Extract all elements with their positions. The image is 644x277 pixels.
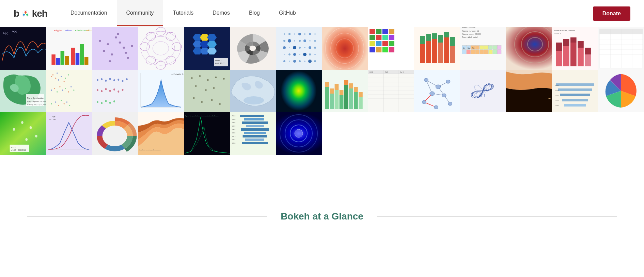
gallery-item[interactable]: 2000 2005 2010 2015 2020 [552,70,598,112]
svg-point-248 [195,85,197,87]
svg-point-92 [289,61,290,62]
gallery-item[interactable]: x: 0.737 y: 5.825 0.000054138 [0,112,46,155]
nav-demos[interactable]: Demos [203,0,239,27]
gallery-item[interactable] [230,27,276,70]
gallery-item[interactable] [322,70,368,112]
gallery-item[interactable] [276,70,322,112]
svg-rect-127 [426,34,431,41]
svg-point-324 [21,121,23,124]
svg-rect-116 [376,47,381,52]
gallery-item[interactable]: ← avg [506,70,552,112]
svg-point-252 [201,101,203,103]
svg-rect-272 [344,80,348,85]
svg-rect-113 [382,41,388,46]
svg-point-256 [244,96,264,104]
svg-point-231 [117,91,119,93]
svg-rect-355 [241,128,269,131]
gallery-item[interactable]: f₁(x) f₂(x) [0,27,46,70]
svg-point-304 [448,102,452,105]
gallery-item[interactable] [184,70,230,112]
gallery-item[interactable] [276,27,322,70]
svg-text:Atomic mass: 22.989: Atomic mass: 22.989 [462,33,481,35]
gallery-item[interactable] [414,27,460,70]
gallery-item[interactable]: — PDF — CDF [46,112,92,155]
svg-rect-172 [570,37,577,43]
gallery-item[interactable]: name: Bossue, Parakas count: 2 [552,27,598,70]
nav-tutorials[interactable]: Tutorials [163,0,203,27]
svg-point-91 [283,60,285,62]
svg-point-96 [308,60,312,63]
gallery-item[interactable] [46,70,92,112]
gallery-item[interactable] [598,27,644,70]
svg-point-70 [283,40,285,42]
svg-point-326 [35,135,37,137]
svg-rect-177 [599,29,643,34]
nav-github[interactable]: GitHub [269,0,305,27]
gallery-item[interactable]: count 1 total: 18, 11 [184,27,230,70]
svg-rect-131 [450,37,455,46]
svg-rect-152 [488,50,492,54]
svg-text:Atomic number: 11: Atomic number: 11 [462,30,479,32]
svg-rect-165 [556,51,562,66]
gallery-item[interactable] [92,112,138,155]
gallery-item[interactable] [460,70,506,112]
svg-rect-106 [389,29,394,34]
svg-point-251 [193,97,195,99]
svg-point-85 [288,53,290,55]
svg-point-77 [283,46,286,49]
svg-text:■ Nectarines: ■ Nectarines [75,29,86,32]
gallery-item[interactable] [368,27,414,70]
gallery-item[interactable] [276,112,322,155]
svg-point-79 [293,46,296,49]
svg-point-81 [304,47,305,48]
svg-rect-271 [340,90,344,95]
left-divider [27,216,267,217]
svg-point-69 [314,33,316,35]
gallery-item[interactable] [598,70,644,112]
gallery-item[interactable] [92,27,138,70]
gallery-item[interactable] [92,70,138,112]
svg-rect-314 [562,99,588,101]
svg-point-235 [105,100,107,102]
gallery-item[interactable] [230,70,276,112]
svg-rect-173 [578,41,584,48]
svg-rect-110 [389,35,394,40]
svg-rect-108 [376,35,381,40]
svg-text:f₂(x): f₂(x) [12,30,17,33]
donate-button[interactable]: Donate [593,6,630,21]
svg-point-236 [109,102,111,104]
svg-point-78 [289,47,290,48]
svg-point-222 [113,79,115,81]
gallery-item[interactable]: A plot of the spectral radiance, defined… [184,112,230,155]
svg-rect-263 [340,95,344,109]
svg-point-195 [58,79,59,81]
svg-rect-169 [585,54,591,66]
gallery-item[interactable] [138,27,184,70]
svg-rect-275 [359,92,363,97]
nav-documentation[interactable]: Documentation [61,0,117,27]
gallery-item[interactable]: Name: Sodium Atomic number: 11 Atomic ma… [460,27,506,70]
bottom-section: Bokeh at a Glance [0,197,644,235]
nav-blog[interactable]: Blog [239,0,269,27]
svg-text:2010: 2010 [555,95,559,96]
svg-point-71 [288,39,291,43]
gallery-item[interactable]: 2558 2000 1998 1990 1985 1980 1975 1972 … [230,112,276,155]
svg-rect-357 [243,135,267,137]
svg-point-245 [207,79,209,81]
svg-rect-167 [570,43,577,66]
gallery-item[interactable] [322,27,368,70]
logo[interactable]: b keh [14,8,47,19]
gallery-item[interactable]: — Probability D... [138,70,184,112]
gallery-item[interactable]: Col 1 Col 2 Col 3 [368,70,414,112]
gallery-item[interactable]: ■ Apples ■ Pears ■ Nectarines ■ Plums [46,27,92,70]
nav-community[interactable]: Community [117,0,163,27]
gallery-item[interactable] [506,27,552,70]
gallery-item[interactable]: Name: San Agustine Unemployment: 10.65% … [0,70,46,112]
svg-point-94 [299,60,301,62]
svg-text:2005: 2005 [555,89,559,91]
svg-point-234 [101,102,103,104]
svg-text:— Probability D...: — Probability D... [171,73,184,76]
gallery-item[interactable]: the selection box to change the range ab… [138,112,184,155]
gallery-item[interactable] [414,70,460,112]
svg-rect-277 [368,70,414,74]
